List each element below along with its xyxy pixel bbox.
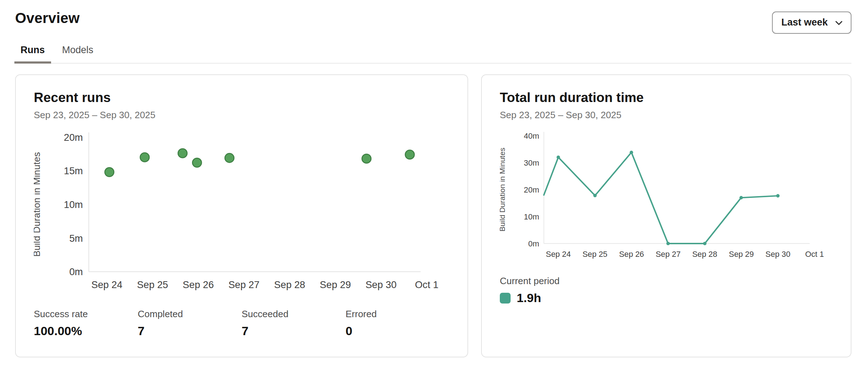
line-data-point[interactable] <box>703 242 707 245</box>
y-axis-label: Build Duration in Minutes <box>34 152 42 256</box>
current-period-swatch <box>500 293 511 304</box>
total-run-duration-line-plot: 0m10m20m30m40mSep 24Sep 25Sep 26Sep 27Se… <box>500 130 833 263</box>
y-tick-label: 0m <box>69 266 83 277</box>
line-data-point[interactable] <box>630 151 633 154</box>
run-data-point[interactable] <box>362 154 371 163</box>
stat-success-rate: Success rate 100.00% <box>34 309 138 338</box>
recent-runs-stats: Success rate 100.00% Completed 7 Succeed… <box>34 309 449 338</box>
stat-value: 7 <box>242 324 346 338</box>
recent-runs-chart: 0m5m10m15m20mSep 24Sep 25Sep 26Sep 27Sep… <box>34 130 449 296</box>
y-tick-label: 30m <box>524 158 539 167</box>
run-data-point[interactable] <box>405 150 414 159</box>
y-tick-label: 0m <box>528 239 539 248</box>
stat-label: Errored <box>346 309 449 320</box>
run-data-point[interactable] <box>140 153 149 162</box>
line-data-point[interactable] <box>593 194 597 198</box>
x-tick-label: Sep 25 <box>583 250 607 259</box>
x-tick-label: Oct 1 <box>415 279 438 290</box>
line-data-point[interactable] <box>739 196 743 200</box>
x-tick-label: Sep 27 <box>655 250 680 259</box>
stat-value: 0 <box>346 324 449 338</box>
stat-completed: Completed 7 <box>138 309 242 338</box>
total-run-duration-chart: 0m10m20m30m40mSep 24Sep 25Sep 26Sep 27Se… <box>500 130 833 263</box>
x-tick-label: Sep 26 <box>619 250 644 259</box>
legend-value: 1.9h <box>517 291 541 305</box>
stat-current-period: Current period 1.9h <box>500 276 604 305</box>
x-tick-label: Sep 24 <box>91 279 123 290</box>
period-dropdown[interactable]: Last week <box>772 11 851 34</box>
y-tick-label: 5m <box>69 233 83 244</box>
y-tick-label: 40m <box>524 131 539 140</box>
run-data-point[interactable] <box>105 168 114 177</box>
total-run-duration-date-range: Sep 23, 2025 – Sep 30, 2025 <box>500 110 833 121</box>
x-tick-label: Sep 25 <box>137 279 168 290</box>
tab-bar: Runs Models <box>14 45 851 64</box>
total-run-duration-title: Total run duration time <box>500 90 833 105</box>
x-tick-label: Sep 30 <box>766 250 790 259</box>
run-data-point[interactable] <box>178 149 187 158</box>
duration-legend: Current period 1.9h <box>500 276 833 305</box>
chevron-down-icon <box>835 20 843 26</box>
x-tick-label: Oct 1 <box>805 250 824 259</box>
run-data-point[interactable] <box>225 153 234 162</box>
x-tick-label: Sep 29 <box>320 279 351 290</box>
y-tick-label: 20m <box>64 132 83 143</box>
recent-runs-card: Recent runs Sep 23, 2025 – Sep 30, 2025 … <box>15 74 468 357</box>
y-tick-label: 10m <box>524 212 539 221</box>
x-tick-label: Sep 27 <box>228 279 260 290</box>
tab-runs[interactable]: Runs <box>14 45 51 64</box>
recent-runs-date-range: Sep 23, 2025 – Sep 30, 2025 <box>34 110 449 121</box>
stat-succeeded: Succeeded 7 <box>242 309 346 338</box>
x-tick-label: Sep 24 <box>546 250 571 259</box>
stat-label: Completed <box>138 309 242 320</box>
page-title: Overview <box>15 10 80 26</box>
recent-runs-title: Recent runs <box>34 90 449 105</box>
dashboard-body: Recent runs Sep 23, 2025 – Sep 30, 2025 … <box>15 74 851 357</box>
recent-runs-scatter-plot: 0m5m10m15m20mSep 24Sep 25Sep 26Sep 27Sep… <box>34 130 449 296</box>
line-data-point[interactable] <box>776 194 780 198</box>
stat-errored: Errored 0 <box>346 309 449 338</box>
y-axis-label: Build Duration in Minutes <box>500 148 506 231</box>
stat-value: 7 <box>138 324 242 338</box>
legend-label: Current period <box>500 276 604 287</box>
line-data-point[interactable] <box>666 242 670 245</box>
stat-label: Success rate <box>34 309 138 320</box>
y-tick-label: 10m <box>64 199 83 210</box>
total-run-duration-card: Total run duration time Sep 23, 2025 – S… <box>481 74 851 357</box>
page-header: Overview Last week <box>0 0 868 34</box>
stat-value: 100.00% <box>34 324 138 338</box>
stat-label: Succeeded <box>242 309 346 320</box>
y-tick-label: 20m <box>524 185 539 194</box>
x-tick-label: Sep 29 <box>729 250 754 259</box>
x-tick-label: Sep 26 <box>183 279 214 290</box>
tab-models[interactable]: Models <box>56 45 100 64</box>
line-data-point[interactable] <box>557 156 560 159</box>
run-data-point[interactable] <box>192 158 201 167</box>
y-tick-label: 15m <box>64 165 83 176</box>
x-tick-label: Sep 28 <box>274 279 305 290</box>
x-tick-label: Sep 30 <box>365 279 397 290</box>
period-dropdown-label: Last week <box>781 17 828 28</box>
x-tick-label: Sep 28 <box>692 250 717 259</box>
